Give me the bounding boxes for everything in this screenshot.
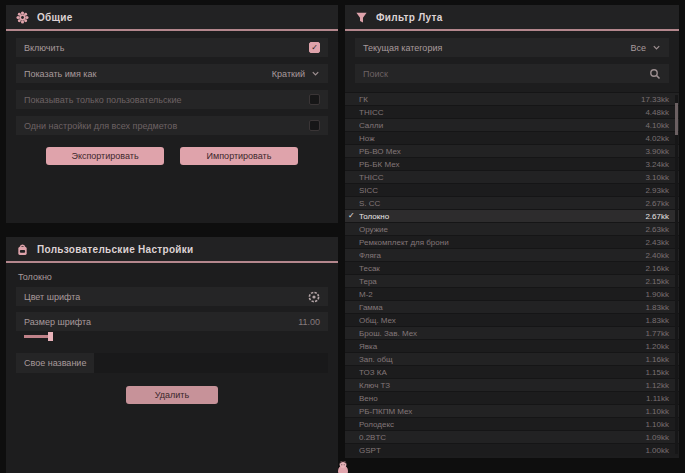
loot-list-item[interactable]: THICC 3.10kk [345,170,679,183]
loot-list-item[interactable]: Зап. общ 1.16kk [345,352,679,365]
color-wheel-icon[interactable] [308,291,320,303]
loot-item-name: Тесак [359,264,645,273]
mascot-figure-icon[interactable] [335,458,351,473]
loot-item-value: 1.12kk [645,381,669,390]
custom-settings-header: Пользовательские Настройки [6,237,338,263]
app-window: Общие Включить ✓ Показать имя как Кратки… [0,0,685,473]
custom-name-label: Свое название [24,358,86,368]
setting-row-same-settings: Одни настройки для всех предметов [16,116,328,135]
loot-list-item[interactable]: SICC 2.93kk [345,183,679,196]
loot-item-name: SICC [359,186,645,195]
loot-list: ГК 17.33kk THICC 4.48kk Салли 4.10kk Нож… [345,92,679,456]
general-panel: Общие Включить ✓ Показать имя как Кратки… [6,5,338,223]
loot-item-value: 1.90kk [645,290,669,299]
same-settings-checkbox[interactable] [309,120,320,131]
loot-item-value: 3.10kk [645,173,669,182]
loot-item-name: ТОЗ КА [359,368,645,377]
loot-item-name: М-2 [359,290,645,299]
loot-list-item[interactable]: Оружие 2.63kk [345,222,679,235]
export-button[interactable]: Экспортировать [46,147,164,165]
loot-list-item[interactable]: Нож 4.02kk [345,131,679,144]
loot-item-value: 1.15kk [645,368,669,377]
loot-list-item[interactable]: Вено 1.11kk [345,391,679,404]
setting-row-only-custom: Показывать только пользовательские [16,90,328,109]
loot-item-value: 2.16kk [645,264,669,273]
loot-item-value: 1.16kk [645,355,669,364]
loot-item-name: Ремкомплект для брони [359,238,645,247]
loot-item-value: 3.24kk [645,160,669,169]
loot-list-item[interactable]: ГК 17.33kk [345,92,679,105]
loot-item-value: 3.90kk [645,147,669,156]
delete-button[interactable]: Удалить [126,386,218,404]
font-size-row: Размер шрифта 11.00 [16,312,328,331]
custom-settings-panel: Пользовательские Настройки Толокно Цвет … [6,237,338,473]
setting-row-name-display: Показать имя как Краткий [16,64,328,83]
gear-icon [16,11,29,24]
loot-list-item[interactable]: THICC 4.48kk [345,105,679,118]
loot-item-name: THICC [359,108,645,117]
loot-item-name: Общ. Мех [359,316,645,325]
enable-checkbox[interactable]: ✓ [309,42,320,53]
loot-list-item[interactable]: ТОЗ КА 1.15kk [345,365,679,378]
loot-item-name: Ролодекс [359,420,645,429]
font-size-value: 11.00 [298,317,320,327]
loot-list-item[interactable]: Тесак 2.16kk [345,261,679,274]
category-value: Все [630,43,646,53]
loot-item-value: 1.20kk [645,342,669,351]
loot-list-item[interactable]: Ключ ТЗ 1.12kk [345,378,679,391]
loot-item-value: 2.40kk [645,251,669,260]
loot-item-name: Фляга [359,251,645,260]
loot-item-value: 2.93kk [645,186,669,195]
scrollbar[interactable] [675,95,678,454]
loot-item-name: GSPT [359,446,645,455]
scrollbar-thumb[interactable] [675,103,678,135]
delete-row: Удалить [6,386,338,404]
magnifier-icon[interactable] [649,68,661,80]
loot-filter-title: Фильтр Лута [376,12,443,23]
custom-name-input[interactable] [94,353,328,373]
loot-list-item[interactable]: 0.2BTC 1.09kk [345,430,679,443]
loot-list-item[interactable]: Фляга 2.40kk [345,248,679,261]
loot-list-item[interactable]: Общ. Мех 1.83kk [345,313,679,326]
import-button[interactable]: Импортировать [180,147,298,165]
loot-list-item[interactable]: Брош. Зав. Мех 1.77kk [345,326,679,339]
loot-list-item[interactable]: Салли 4.10kk [345,118,679,131]
loot-list-item[interactable]: Гамма 1.83kk [345,300,679,313]
loot-item-value: 1.83kk [645,316,669,325]
loot-list-item[interactable]: Ремкомплект для брони 2.43kk [345,235,679,248]
loot-list-item[interactable]: Тера 2.15kk [345,274,679,287]
search-input[interactable] [363,69,649,79]
loot-list-item[interactable]: Ролодекс 1.10kk [345,417,679,430]
custom-name-row: Свое название [16,353,328,373]
loot-item-name: РБ-БК Мех [359,160,645,169]
loot-filter-header: Фильтр Лута [345,5,679,31]
loot-list-item[interactable]: РБ-ПКПМ Мех 1.10kk [345,404,679,417]
loot-list-item[interactable]: S. CC 2.67kk [345,196,679,209]
loot-list-item[interactable]: РБ-БК Мех 3.24kk [345,157,679,170]
loot-list-item[interactable]: ✓ Толокно 2.67kk [345,209,679,222]
custom-settings-title: Пользовательские Настройки [37,244,194,255]
loot-item-value: 1.09kk [645,433,669,442]
only-custom-label: Показывать только пользовательские [24,95,182,105]
loot-item-value: 1.83kk [645,303,669,312]
loot-list-item[interactable]: РБ-ВО Мех 3.90kk [345,144,679,157]
search-row [355,64,669,83]
loot-item-value: 2.67kk [645,212,669,221]
loot-item-value: 2.67kk [645,199,669,208]
slider-thumb[interactable] [48,332,53,341]
loot-item-value: 1.11kk [646,394,669,403]
only-custom-checkbox[interactable] [309,94,320,105]
checkmark-icon: ✓ [348,211,355,220]
loot-list-item[interactable]: М-2 1.90kk [345,287,679,300]
loot-item-name: Гамма [359,303,645,312]
loot-item-name: THICC [359,173,645,182]
loot-list-item[interactable]: Явка 1.20kk [345,339,679,352]
font-size-slider[interactable] [24,335,320,339]
loot-item-name: Ключ ТЗ [359,381,645,390]
setting-row-enable: Включить ✓ [16,38,328,57]
name-display-select[interactable]: Краткий [272,69,320,79]
loot-list-item[interactable]: GSPT 1.00kk [345,443,679,456]
category-row: Текущая категория Все [355,38,669,57]
loot-item-name: Явка [359,342,645,351]
category-select[interactable]: Все [630,43,661,53]
